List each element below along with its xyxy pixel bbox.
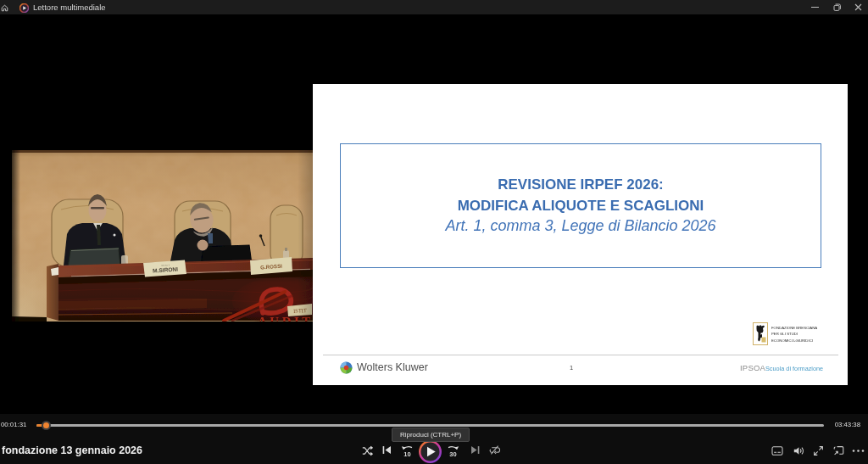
svg-text:xxx xx x: xxx xx x xyxy=(161,263,170,267)
svg-text:10: 10 xyxy=(403,450,410,458)
svg-text:30: 30 xyxy=(449,450,456,458)
